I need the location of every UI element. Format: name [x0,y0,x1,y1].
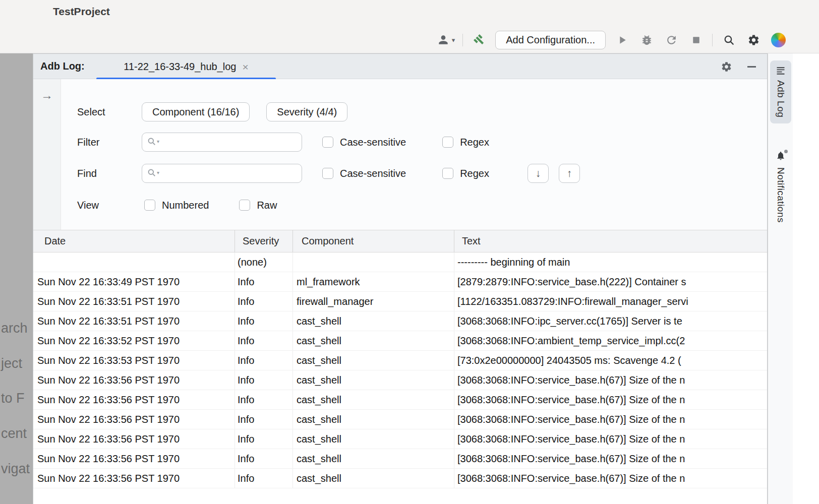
cell-text: [73:0x2e00000000] 24043505 ms: Scavenge … [454,351,767,370]
severity-filter-button[interactable]: Severity (4/4) [266,102,347,121]
arrow-up-icon: ↑ [567,167,572,179]
toolbar-divider [462,34,463,46]
cell-text: [3068:3068:INFO:service_base.h(67)] Size… [454,469,767,488]
regex-label: Regex [460,168,489,179]
cell-component: cast_shell [293,429,454,449]
cell-text: --------- beginning of main [454,253,767,272]
add-configuration-button[interactable]: Add Configuration... [495,31,606,49]
user-profile-button[interactable]: ▾ [437,33,455,46]
log-table-body: (none) --------- beginning of main Sun N… [33,253,767,504]
case-sensitive-checkbox[interactable] [322,168,333,179]
cell-component: cast_shell [293,390,454,409]
stop-button[interactable] [687,31,705,48]
filter-input[interactable] [142,133,302,152]
raw-checkbox[interactable] [239,200,250,211]
toolwindow-button-adb-log[interactable]: Adb Log [770,60,791,123]
cell-date: Sun Nov 22 16:33:56 PST 1970 [33,370,235,390]
cell-text: [3068:3068:INFO:service_base.h(67)] Size… [454,449,767,468]
find-next-button[interactable]: ↓ [528,164,549,183]
column-header-component[interactable]: Component [293,230,454,252]
debug-button[interactable] [638,31,655,48]
arrow-down-icon: ↓ [536,167,541,179]
log-table-row[interactable]: Sun Nov 22 16:33:56 PST 1970 Info cast_s… [33,370,767,390]
find-input[interactable] [142,164,302,183]
raw-label: Raw [257,200,277,211]
log-table-row[interactable]: Sun Nov 22 16:33:52 PST 1970 Info cast_s… [33,331,767,351]
chevron-down-icon: ▾ [157,170,159,175]
case-sensitive-label: Case-sensitive [340,137,406,148]
find-row: Find ▾ Case-sensitive Regex [77,164,489,183]
log-table-row[interactable]: Sun Nov 22 16:33:51 PST 1970 Info cast_s… [33,311,767,331]
cell-text: [3068:3068:INFO:service_base.h(67)] Size… [454,390,767,409]
cell-component: ml_framework [293,272,454,291]
cell-text: [1122/163351.083729:INFO:firewall_manage… [454,292,767,311]
log-table-row[interactable]: Sun Nov 22 16:33:56 PST 1970 Info cast_s… [33,429,767,449]
log-table-row[interactable]: (none) --------- beginning of main [33,253,767,272]
cell-text: [3068:3068:INFO:service_base.h(67)] Size… [454,429,767,449]
case-sensitive-checkbox[interactable] [322,137,333,148]
panel-header-actions [721,54,756,79]
bug-icon [640,34,653,46]
main-toolbar: ▾ Add Configuration... [437,29,787,50]
toolwindow-button-notifications[interactable]: Notifications [770,146,791,229]
chevron-down-icon: ▾ [157,139,159,144]
panel-minimize-button[interactable] [747,66,756,68]
tab-close-icon[interactable]: × [242,61,248,72]
column-header-severity[interactable]: Severity [235,230,293,252]
find-previous-button[interactable]: ↑ [559,164,580,183]
cell-severity: Info [235,272,293,291]
build-hammer-button[interactable] [471,31,488,48]
cell-date: Sun Nov 22 16:33:51 PST 1970 [33,311,235,331]
cell-component: cast_shell [293,410,454,429]
cell-date: Sun Nov 22 16:33:56 PST 1970 [33,469,235,488]
log-table-row[interactable]: Sun Nov 22 16:33:53 PST 1970 Info cast_s… [33,351,767,370]
column-header-date[interactable]: Date [33,230,235,252]
component-filter-button[interactable]: Component (16/16) [142,102,250,121]
regex-label: Regex [460,137,489,148]
log-table-row[interactable]: Sun Nov 22 16:33:51 PST 1970 Info firewa… [33,292,767,311]
log-list-icon [776,66,786,76]
log-table-row[interactable]: Sun Nov 22 16:33:56 PST 1970 Info cast_s… [33,469,767,488]
cell-severity: Info [235,449,293,468]
collapse-filters-button[interactable]: → [41,89,53,101]
filter-gutter: → [33,79,61,230]
cell-severity: Info [235,429,293,449]
panel-settings-gear-button[interactable] [721,61,732,73]
log-table-row[interactable]: Sun Nov 22 16:33:56 PST 1970 Info cast_s… [33,390,767,410]
log-table-row[interactable]: Sun Nov 22 16:33:56 PST 1970 Info cast_s… [33,449,767,469]
cell-date: Sun Nov 22 16:33:56 PST 1970 [33,429,235,449]
filter-regex-option: Regex [442,137,489,148]
background-text-fragment: vigat [1,461,30,477]
background-window-strip: arch ject to F cent vigat [0,53,33,504]
search-everywhere-button[interactable] [720,31,737,48]
column-header-text[interactable]: Text [454,230,767,252]
cell-severity: Info [235,292,293,311]
select-label: Select [77,106,142,118]
background-text-fragment: ject [1,356,22,371]
regex-checkbox[interactable] [442,137,453,148]
log-table-row[interactable]: Sun Nov 22 16:33:49 PST 1970 Info ml_fra… [33,272,767,292]
log-file-tab[interactable]: 11-22_16-33-49_hub_log × [96,54,276,79]
filter-case-sensitive-option: Case-sensitive [322,137,406,148]
cell-date: Sun Nov 22 16:33:49 PST 1970 [33,272,235,291]
cell-text: [2879:2879:INFO:service_base.h(222)] Con… [454,272,767,291]
window-titlebar: TestProject ▾ Add Configuration... [0,0,819,53]
cell-component: cast_shell [293,351,454,370]
tab-label: 11-22_16-33-49_hub_log [124,61,236,73]
cell-severity: Info [235,331,293,350]
notifications-stripe-label: Notifications [775,167,786,223]
regex-checkbox[interactable] [442,168,453,179]
cell-severity: Info [235,390,293,409]
search-icon: ▾ [147,168,159,177]
stop-icon [690,34,703,46]
numbered-checkbox[interactable] [144,200,155,211]
settings-gear-button[interactable] [745,31,762,48]
profile-button[interactable] [663,31,680,48]
bell-icon [776,151,786,163]
find-label: Find [77,168,142,179]
assistant-logo-button[interactable] [770,31,787,48]
cell-date: Sun Nov 22 16:33:51 PST 1970 [33,292,235,311]
run-button[interactable] [613,31,630,48]
numbered-label: Numbered [162,200,209,211]
log-table-row[interactable]: Sun Nov 22 16:33:56 PST 1970 Info cast_s… [33,410,767,429]
